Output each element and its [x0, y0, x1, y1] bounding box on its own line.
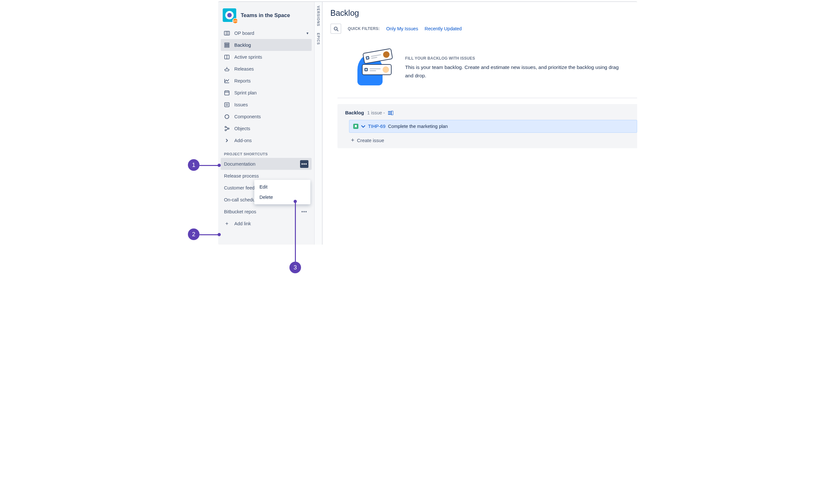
annotation-1-dot: [217, 164, 221, 167]
menu-item-delete[interactable]: Delete: [254, 192, 310, 202]
project-title: Teams in the Space: [241, 12, 290, 18]
project-avatar: </>: [223, 8, 236, 22]
board-icon: [224, 30, 230, 36]
annotation-1-line: [199, 165, 218, 166]
backlog-title: Backlog: [345, 110, 364, 115]
create-issue-button[interactable]: + Create issue: [345, 135, 637, 144]
annotation-3-dot: [294, 200, 297, 203]
versions-rail[interactable]: VERSIONS: [317, 6, 320, 27]
issue-key[interactable]: TIHP-69: [368, 124, 385, 129]
search-button[interactable]: [330, 23, 341, 34]
backlog-illustration: [356, 51, 395, 85]
nav-label: Objects: [234, 126, 250, 131]
backlog-count: 1 issue -: [367, 110, 385, 115]
menu-item-edit[interactable]: Edit: [254, 182, 310, 192]
svg-point-17: [225, 130, 226, 131]
svg-rect-13: [225, 102, 229, 107]
shortcut-label: On-call schedule: [224, 197, 259, 202]
shortcut-label: Bitbucket repos: [224, 209, 256, 214]
more-actions-button[interactable]: •••: [300, 208, 308, 215]
issue-summary: Complete the marketing plan: [388, 124, 448, 129]
nav-item-reports[interactable]: Reports: [221, 75, 312, 87]
svg-point-16: [225, 126, 226, 128]
shortcuts-section-label: PROJECT SHORTCUTS: [221, 146, 312, 158]
nav-label: Releases: [234, 66, 254, 71]
svg-rect-9: [225, 91, 229, 95]
create-issue-label: Create issue: [357, 138, 384, 143]
annotation-3-line: [295, 202, 296, 262]
empty-state-intro: FILL YOUR BACKLOG WITH ISSUES This is yo…: [330, 41, 637, 93]
nav-label: OP board: [234, 31, 254, 36]
shortcut-label: Release process: [224, 173, 259, 179]
issues-icon: [224, 102, 230, 108]
components-icon: [224, 114, 230, 119]
divider: [337, 98, 637, 98]
annotation-2-line: [199, 234, 218, 235]
nav-item-sprint-plan[interactable]: Sprint plan: [221, 87, 312, 99]
epics-rail[interactable]: EPICS: [317, 33, 320, 45]
nav-label: Reports: [234, 78, 251, 84]
nav-item-issues[interactable]: Issues: [221, 99, 312, 110]
shortcut-documentation[interactable]: Documentation •••: [221, 158, 312, 170]
svg-rect-23: [388, 111, 391, 112]
nav-item-components[interactable]: Components: [221, 110, 312, 122]
intro-heading: FILL YOUR BACKLOG WITH ISSUES: [405, 56, 624, 61]
nav-label: Sprint plan: [234, 90, 256, 95]
quick-filter-recently-updated[interactable]: Recently Updated: [425, 26, 461, 31]
svg-rect-25: [388, 114, 391, 115]
svg-line-20: [226, 129, 228, 130]
app-window: </> Teams in the Space OP board ▾ Backlo…: [218, 1, 637, 245]
svg-rect-4: [225, 45, 229, 45]
shortcut-label: Documentation: [224, 161, 255, 167]
add-link-label: Add link: [234, 221, 251, 226]
chevron-down-icon: ▾: [306, 31, 308, 36]
svg-rect-24: [388, 112, 391, 113]
svg-point-18: [228, 128, 229, 129]
sidebar: </> Teams in the Space OP board ▾ Backlo…: [218, 2, 314, 245]
annotation-1: 1: [188, 159, 199, 171]
project-header[interactable]: </> Teams in the Space: [221, 6, 312, 27]
shortcut-actions-menu: Edit Delete: [254, 180, 310, 204]
shortcut-bitbucket-repos[interactable]: Bitbucket repos •••: [221, 206, 312, 217]
side-rails: VERSIONS EPICS: [314, 2, 323, 245]
chevron-right-icon: [224, 138, 230, 143]
svg-rect-26: [391, 111, 393, 115]
page-title: Backlog: [330, 8, 637, 18]
ship-icon: [224, 66, 230, 72]
search-icon: [334, 27, 338, 31]
annotation-3: 3: [289, 262, 301, 273]
priority-icon: [361, 124, 366, 128]
nav-item-releases[interactable]: Releases: [221, 63, 312, 75]
annotation-2-dot: [217, 233, 221, 236]
svg-line-22: [337, 30, 338, 31]
quick-filter-only-my-issues[interactable]: Only My Issues: [386, 26, 418, 31]
nav-item-objects[interactable]: Objects: [221, 122, 312, 134]
calendar-icon: [224, 90, 230, 96]
main-content: Backlog QUICK FILTERS: Only My Issues Re…: [323, 2, 637, 245]
nav-item-active-sprints[interactable]: Active sprints: [221, 51, 312, 63]
chart-icon: [224, 78, 230, 84]
nav-item-op-board[interactable]: OP board ▾: [221, 27, 312, 39]
plus-icon: +: [224, 221, 230, 226]
more-actions-button[interactable]: •••: [300, 160, 308, 168]
project-type-badge-icon: </>: [232, 18, 238, 24]
backlog-panel: Backlog 1 issue - TIHP-69: [337, 104, 637, 148]
nav-label: Backlog: [234, 43, 251, 48]
objects-icon: [224, 126, 230, 132]
annotation-2: 2: [188, 229, 199, 240]
quick-filters-label: QUICK FILTERS:: [348, 27, 380, 31]
add-link-button[interactable]: + Add link: [221, 217, 312, 230]
nav-item-add-ons[interactable]: Add-ons: [221, 134, 312, 146]
svg-rect-5: [225, 46, 229, 47]
sidebar-nav: OP board ▾ Backlog Active sprints: [221, 27, 312, 146]
issue-row[interactable]: TIHP-69 Complete the marketing plan: [349, 120, 637, 133]
intro-body: This is your team backlog. Create and es…: [405, 63, 624, 80]
detail-view-toggle-icon[interactable]: [388, 111, 393, 115]
nav-label: Components: [234, 114, 261, 119]
backlog-icon: [224, 42, 230, 48]
svg-line-19: [226, 127, 228, 128]
nav-item-backlog[interactable]: Backlog: [221, 39, 312, 51]
svg-rect-0: [224, 31, 230, 35]
svg-rect-3: [225, 43, 229, 44]
nav-label: Active sprints: [234, 54, 262, 60]
